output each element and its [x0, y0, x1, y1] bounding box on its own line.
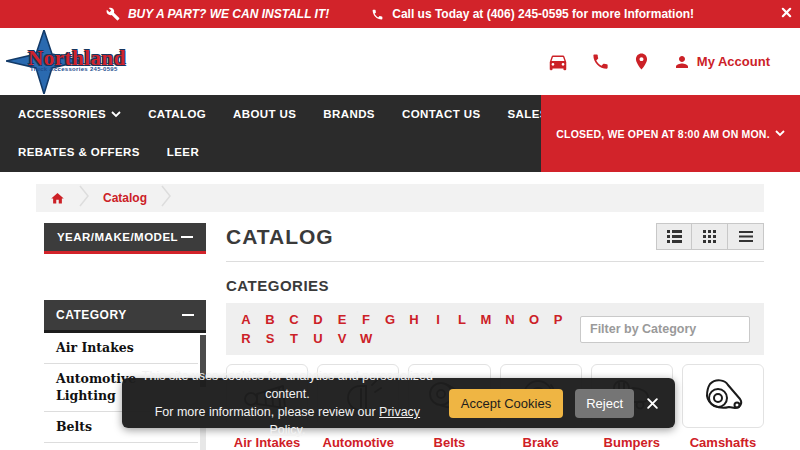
year-make-model-header[interactable]: YEAR/MAKE/MODEL — [44, 223, 206, 254]
category-tile-label[interactable]: Brake Systems — [500, 435, 582, 450]
main-header-row: CATALOG — [226, 223, 764, 250]
wrench-icon — [106, 7, 120, 21]
breadcrumb: Catalog — [36, 184, 764, 212]
install-message: BUY A PART? WE CAN INSTALL IT! — [106, 7, 329, 21]
letter-link[interactable]: I — [432, 312, 444, 327]
letter-link[interactable]: O — [528, 312, 540, 327]
letter-link[interactable]: L — [456, 312, 468, 327]
category-filter-header[interactable]: CATEGORY — [44, 300, 206, 333]
call-text: Call us Today at (406) 245-0595 for more… — [392, 7, 694, 21]
nav-item-rebates-offers[interactable]: REBATES & OFFERS — [18, 146, 140, 158]
breadcrumb-separator-icon — [161, 185, 171, 211]
nav-item-leer[interactable]: LEER — [167, 146, 199, 158]
main-nav: ACCESSORIES CATALOG ABOUT US BRANDS CONT… — [0, 95, 800, 172]
cookie-message: This site uses cookies for analytics and… — [138, 367, 437, 440]
categories-title: CATEGORIES — [226, 277, 764, 294]
close-icon[interactable] — [646, 397, 659, 410]
letter-link[interactable]: G — [384, 312, 396, 327]
letter-link[interactable]: P — [552, 312, 564, 327]
hamburger-icon — [739, 231, 753, 242]
letter-link[interactable]: A — [240, 312, 252, 327]
nav-item-brands[interactable]: BRANDS — [323, 108, 375, 120]
letter-link[interactable]: W — [360, 331, 372, 346]
accept-cookies-button[interactable]: Accept Cookies — [449, 389, 563, 418]
letter-link[interactable]: C — [288, 312, 300, 327]
category-title: CATEGORY — [56, 308, 127, 322]
chevron-down-icon — [111, 111, 121, 118]
category-tile-label[interactable]: Camshafts and — [682, 435, 764, 450]
home-icon[interactable] — [50, 191, 65, 206]
letter-link[interactable]: R — [240, 331, 252, 346]
chevron-down-icon — [775, 130, 785, 137]
logo-tagline: Truck Accessories 245-0595 — [30, 66, 118, 72]
list-view-icon — [667, 230, 682, 243]
grid-view-icon — [703, 230, 716, 243]
breadcrumb-catalog[interactable]: Catalog — [103, 191, 147, 205]
install-text: BUY A PART? WE CAN INSTALL IT! — [128, 7, 329, 21]
category-list-item[interactable]: Brake Systems — [44, 443, 198, 450]
letter-link[interactable]: D — [312, 312, 324, 327]
close-icon[interactable] — [781, 7, 792, 18]
letter-link[interactable]: U — [312, 331, 324, 346]
header-quick-links: My Account — [547, 51, 770, 73]
letter-link[interactable]: F — [360, 312, 372, 327]
my-account-link[interactable]: My Account — [673, 53, 770, 71]
cookie-banner: This site uses cookies for analytics and… — [122, 378, 675, 428]
northland-logo[interactable]: Northland Truck Accessories 245-0595 — [6, 30, 136, 94]
nav-row-1: ACCESSORIES CATALOG ABOUT US BRANDS CONT… — [18, 95, 541, 133]
letter-link[interactable]: S — [264, 331, 276, 346]
letter-link[interactable]: E — [336, 312, 348, 327]
site-header: Northland Truck Accessories 245-0595 My … — [0, 28, 800, 95]
letter-link[interactable]: H — [408, 312, 420, 327]
breadcrumb-separator-icon — [79, 185, 89, 211]
car-icon[interactable] — [547, 51, 569, 73]
store-hours-text: CLOSED, WE OPEN AT 8:00 AM ON MON. — [556, 128, 770, 140]
nav-item-catalog[interactable]: CATALOG — [148, 108, 206, 120]
collapse-minus-icon — [181, 236, 193, 238]
location-pin-icon[interactable] — [632, 52, 651, 71]
compact-view-button[interactable] — [728, 223, 764, 250]
collapse-minus-icon — [182, 314, 194, 316]
letter-link[interactable]: B — [264, 312, 276, 327]
camshaft-icon — [695, 372, 751, 420]
view-toggle-group — [656, 223, 764, 250]
letter-filter-panel: A B C D E F G H I L M N O P R S T — [226, 303, 764, 355]
letter-link[interactable]: V — [336, 331, 348, 346]
phone-icon[interactable] — [591, 52, 610, 71]
category-tile[interactable] — [682, 364, 764, 428]
cookie-line2-suffix: . — [302, 423, 305, 437]
category-list-item[interactable]: Air Intakes — [44, 333, 198, 364]
nav-item-contact-us[interactable]: CONTACT US — [402, 108, 481, 120]
nav-item-about-us[interactable]: ABOUT US — [233, 108, 296, 120]
letter-link[interactable]: T — [288, 331, 300, 346]
category-tile-label[interactable]: Bumpers and Grille Guards — [591, 435, 673, 450]
call-message: Call us Today at (406) 245-0595 for more… — [371, 7, 694, 21]
letter-links: A B C D E F G H I L M N O P R S T — [240, 312, 580, 346]
list-view-button[interactable] — [656, 223, 692, 250]
nav-item-accessories[interactable]: ACCESSORIES — [18, 108, 121, 120]
phone-icon — [371, 8, 384, 21]
letter-link[interactable]: M — [480, 312, 492, 327]
cookie-line2: For more information, please review our — [155, 405, 379, 419]
sidebar-spacer — [44, 254, 206, 300]
category-filter-input[interactable] — [580, 316, 750, 343]
grid-view-button[interactable] — [692, 223, 728, 250]
divider — [226, 261, 764, 262]
page-title: CATALOG — [226, 225, 334, 249]
ymm-title: YEAR/MAKE/MODEL — [57, 231, 178, 243]
person-icon — [673, 53, 691, 71]
reject-cookies-button[interactable]: Reject — [575, 389, 634, 418]
cookie-line1: This site uses cookies for analytics and… — [142, 369, 433, 401]
my-account-label: My Account — [697, 54, 770, 69]
letter-link[interactable]: N — [504, 312, 516, 327]
top-promo-bar: BUY A PART? WE CAN INSTALL IT! Call us T… — [0, 0, 800, 28]
store-hours-banner[interactable]: CLOSED, WE OPEN AT 8:00 AM ON MON. — [541, 95, 800, 172]
page: BUY A PART? WE CAN INSTALL IT! Call us T… — [0, 0, 800, 450]
nav-links: ACCESSORIES CATALOG ABOUT US BRANDS CONT… — [0, 95, 541, 172]
category-card-camshafts: Camshafts and — [682, 364, 764, 450]
nav-row-2: REBATES & OFFERS LEER — [18, 133, 541, 171]
